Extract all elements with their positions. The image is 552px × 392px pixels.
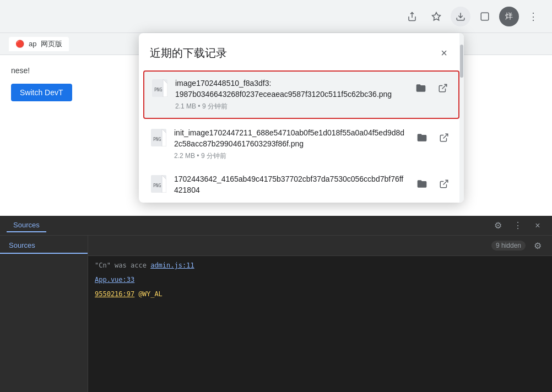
download-popup: 近期的下载记录 × PNG image1702448510_f8a3df3:19… xyxy=(139,33,464,203)
main-content: 🔴 ap 网页版 nese! Switch DevT Sources ⚙ xyxy=(0,33,552,392)
admin-link[interactable]: admin.js:11 xyxy=(150,262,194,269)
devtools-sidebar: Sources xyxy=(0,236,88,392)
chinese-label: 网页版 xyxy=(41,39,62,49)
download-item-content-3: 1702443642_4165ab49c4175b37702cbf37da753… xyxy=(174,174,407,195)
console-text: "Cn" was acce xyxy=(95,262,147,269)
share-button[interactable] xyxy=(402,7,422,26)
open-button-2[interactable] xyxy=(435,129,453,146)
file-icon-3: PNG xyxy=(150,175,167,193)
devtools-more-button[interactable]: ⋮ xyxy=(510,218,526,233)
tab-label: ap xyxy=(29,40,36,48)
devtools-header: Sources ⚙ ⋮ × xyxy=(0,216,552,236)
download-item-1[interactable]: PNG image1702448510_f8a3df3:1987b0346643… xyxy=(143,70,459,119)
source-link[interactable]: 9550216:97 xyxy=(95,290,134,298)
browser-tab[interactable]: 🔴 ap 网页版 xyxy=(9,37,69,51)
avatar-button[interactable]: 烊 xyxy=(499,7,519,26)
devtools-panel: Sources ⚙ ⋮ × Sources xyxy=(0,216,552,392)
app-vue-link[interactable]: App.vue:33 xyxy=(95,276,134,284)
devtools-sub-header: 9 hidden ⚙ xyxy=(88,236,552,256)
popup-close-button[interactable]: × xyxy=(435,44,453,62)
svg-text:PNG: PNG xyxy=(154,88,163,92)
folder-button-1[interactable] xyxy=(412,79,430,97)
popup-scrollbar[interactable] xyxy=(459,33,464,203)
download-filename-1: image1702448510_f8a3df3:1987b0346643268f… xyxy=(175,78,405,100)
download-item-content-1: image1702448510_f8a3df3:1987b0346643268f… xyxy=(175,78,405,111)
download-actions-1 xyxy=(412,79,452,97)
svg-text:PNG: PNG xyxy=(153,137,161,142)
tab-button[interactable] xyxy=(475,7,495,26)
switch-devt-button[interactable]: Switch DevT xyxy=(11,84,72,101)
download-actions-3 xyxy=(413,175,453,193)
download-item-2[interactable]: PNG init_image1702447211_688e54710ab0f5e… xyxy=(139,121,464,167)
download-item-content-2: init_image1702447211_688e54710ab0f5e1d01… xyxy=(174,128,407,161)
file-icon-1: PNG xyxy=(151,79,169,97)
svg-marker-0 xyxy=(432,12,441,20)
download-button[interactable] xyxy=(451,7,470,26)
download-meta-2: 2.2 MB • 9 分钟前 xyxy=(174,151,407,161)
devtools-settings-button[interactable]: ⚙ xyxy=(490,218,506,233)
svg-text:PNG: PNG xyxy=(153,183,161,188)
folder-button-3[interactable] xyxy=(413,175,431,193)
hidden-badge: 9 hidden xyxy=(491,241,526,251)
bookmark-button[interactable] xyxy=(426,7,446,26)
download-item-3[interactable]: PNG 1702443642_4165ab49c4175b37702cbf37d… xyxy=(139,167,464,202)
sidebar-item-sources[interactable]: Sources xyxy=(0,238,88,254)
file-icon-2: PNG xyxy=(150,129,167,146)
devtools-body: Sources 9 hidden ⚙ "C xyxy=(0,236,552,392)
devtools-console: "Cn" was acce admin.js:11 App.vue:33 955… xyxy=(88,256,552,392)
devtools-close-button[interactable]: × xyxy=(530,218,545,233)
scrollbar-thumb xyxy=(460,45,463,78)
download-filename-2: init_image1702447211_688e54710ab0f5e1d01… xyxy=(174,128,407,149)
console-line-3: 9550216:97 @WY_AL xyxy=(95,289,545,299)
popup-title: 近期的下载记录 xyxy=(150,46,227,61)
chinese-text: @WY_AL xyxy=(138,290,162,298)
tab-logo: 🔴 xyxy=(15,40,24,48)
svg-rect-1 xyxy=(481,13,489,20)
open-button-1[interactable] xyxy=(434,79,452,97)
chrome-toolbar: 烊 ⋮ xyxy=(0,0,552,33)
devtools-tabs: Sources xyxy=(7,219,46,232)
popup-header: 近期的下载记录 × xyxy=(139,33,464,68)
console-line: "Cn" was acce admin.js:11 xyxy=(95,260,545,270)
console-line-2: App.vue:33 xyxy=(95,275,545,285)
download-actions-2 xyxy=(413,129,453,146)
open-button-3[interactable] xyxy=(435,175,453,193)
devtools-controls: ⚙ ⋮ × xyxy=(490,218,545,233)
folder-button-2[interactable] xyxy=(413,129,431,146)
devtools-main: 9 hidden ⚙ "Cn" was acce admin.js:11 xyxy=(88,236,552,392)
download-filename-3: 1702443642_4165ab49c4175b37702cbf37da753… xyxy=(174,174,407,195)
download-meta-1: 2.1 MB • 9 分钟前 xyxy=(175,102,405,111)
tab-sources[interactable]: Sources xyxy=(7,219,46,232)
more-button[interactable]: ⋮ xyxy=(523,7,543,26)
popup-body: PNG image1702448510_f8a3df3:1987b0346643… xyxy=(139,68,464,203)
hidden-settings-button[interactable]: ⚙ xyxy=(530,238,545,253)
